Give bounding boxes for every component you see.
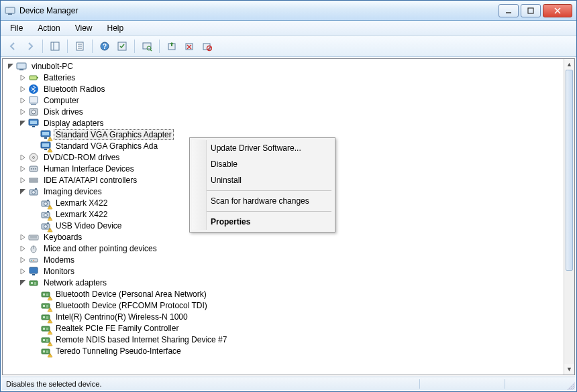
context-menu-separator (193, 211, 331, 212)
expand-icon[interactable] (19, 165, 27, 173)
tree-node[interactable]: vinubolt-PC (3, 60, 564, 72)
expand-icon[interactable] (19, 108, 27, 116)
ctx-uninstall[interactable]: Uninstall (192, 172, 333, 188)
uninstall-button[interactable] (181, 38, 197, 54)
tree-node-label[interactable]: Realtek PCIe FE Family Controller (54, 323, 180, 334)
battery-icon (28, 72, 39, 83)
tree-node[interactable]: Network adapters (3, 277, 564, 288)
tree-node-label[interactable]: Teredo Tunneling Pseudo-Interface (54, 346, 183, 356)
dvd-icon (28, 152, 39, 163)
mouse-icon (28, 243, 39, 254)
menu-help[interactable]: Help (101, 22, 131, 34)
network-icon (28, 277, 39, 288)
minimize-button[interactable] (499, 4, 519, 17)
tree-node[interactable]: Batteries (3, 72, 564, 83)
tree-node-label[interactable]: Disk drives (42, 107, 85, 117)
ctx-scan[interactable]: Scan for hardware changes (192, 193, 333, 209)
properties-button[interactable] (72, 38, 88, 54)
tree-node-label[interactable]: Imaging devices (42, 186, 104, 197)
tree-node-label[interactable]: Human Interface Devices (42, 164, 136, 174)
collapse-icon[interactable] (19, 188, 27, 196)
tree-node[interactable]: Display adapters (3, 117, 564, 129)
collapse-icon[interactable] (7, 62, 15, 70)
tree-node[interactable]: Teredo Tunneling Pseudo-Interface (3, 345, 564, 356)
tree-node-label[interactable]: Remote NDIS based Internet Sharing Devic… (54, 334, 229, 345)
tree-node[interactable]: Remote NDIS based Internet Sharing Devic… (3, 334, 564, 345)
imaging-icon (40, 209, 51, 220)
tree-node-label[interactable]: Monitors (42, 266, 76, 277)
expand-icon[interactable] (19, 85, 27, 93)
resize-grip[interactable] (566, 381, 575, 390)
expand-icon[interactable] (19, 245, 27, 253)
menu-view[interactable]: View (68, 22, 99, 34)
menu-action[interactable]: Action (31, 22, 66, 34)
ctx-properties[interactable]: Properties (192, 214, 333, 230)
expand-icon[interactable] (19, 233, 27, 241)
back-button (5, 38, 21, 54)
disable-button[interactable] (199, 38, 215, 54)
tree-node-label[interactable]: vinubolt-PC (30, 61, 75, 72)
expand-icon[interactable] (19, 267, 27, 275)
expand-icon[interactable] (19, 153, 27, 161)
tree-node[interactable]: Mice and other pointing devices (3, 243, 564, 254)
tree-node[interactable]: Disk drives (3, 106, 564, 117)
menu-file[interactable]: File (3, 22, 30, 34)
tree-node[interactable]: Bluetooth Device (RFCOMM Protocol TDI) (3, 300, 564, 311)
scroll-down-button[interactable]: ▼ (564, 364, 574, 375)
update-driver-button[interactable] (164, 38, 180, 54)
network-icon (40, 323, 51, 334)
tree-node-label[interactable]: Network adapters (42, 277, 109, 288)
show-hide-console-tree-button[interactable] (47, 38, 63, 54)
tree-node[interactable]: Bluetooth Radios (3, 83, 564, 94)
tree-node[interactable]: Modems (3, 254, 564, 265)
tree-node-label[interactable]: Bluetooth Device (RFCOMM Protocol TDI) (54, 300, 209, 311)
tree-node-label[interactable]: Lexmark X422 (54, 198, 109, 208)
tree-node-label[interactable]: Display adapters (42, 118, 105, 129)
app-icon (5, 5, 15, 16)
expand-icon[interactable] (19, 74, 27, 82)
tree-node-label[interactable]: Mice and other pointing devices (42, 243, 159, 254)
scroll-track[interactable] (564, 70, 574, 364)
tree-node[interactable]: Keyboards (3, 231, 564, 243)
tree-node-label[interactable]: Intel(R) Centrino(R) Wireless-N 1000 (54, 312, 190, 322)
tree-node-label[interactable]: IDE ATA/ATAPI controllers (42, 175, 139, 186)
tree-node-label[interactable]: Bluetooth Radios (42, 84, 107, 94)
scroll-thumb[interactable] (566, 70, 573, 271)
tree-node-label[interactable]: Batteries (42, 72, 77, 83)
ctx-disable[interactable]: Disable (192, 156, 333, 172)
bluetooth-icon (28, 84, 39, 94)
tree-node-label[interactable]: Modems (42, 255, 76, 265)
tree-node[interactable]: Intel(R) Centrino(R) Wireless-N 1000 (3, 311, 564, 322)
close-button[interactable] (543, 4, 572, 17)
hid-icon (28, 164, 39, 174)
vertical-scrollbar[interactable]: ▲ ▼ (564, 59, 574, 375)
tree-node-label[interactable]: Computer (42, 95, 81, 106)
statusbar-separator (505, 379, 505, 389)
maximize-button[interactable] (521, 4, 541, 17)
tree-node-label[interactable]: Bluetooth Device (Personal Area Network) (54, 289, 209, 300)
tree-node-label[interactable]: Standard VGA Graphics Adapter (54, 129, 174, 140)
expand-icon[interactable] (19, 176, 27, 184)
tree-node-label[interactable]: DVD/CD-ROM drives (42, 152, 121, 163)
tree-node[interactable]: Computer (3, 94, 564, 106)
tree-node-label[interactable]: Lexmark X422 (54, 209, 109, 220)
status-text: Disables the selected device. (6, 380, 101, 388)
scroll-up-button[interactable]: ▲ (564, 59, 574, 70)
tree-node[interactable]: Monitors (3, 265, 564, 277)
scan-button[interactable] (139, 38, 155, 54)
toolbar-separator (67, 40, 68, 53)
expand-icon[interactable] (19, 96, 27, 105)
display-icon (40, 129, 51, 140)
expand-icon[interactable] (19, 256, 27, 264)
help-button[interactable] (97, 38, 113, 54)
tree-node[interactable]: Bluetooth Device (Personal Area Network) (3, 288, 564, 300)
ctx-update-driver[interactable]: Update Driver Software... (192, 140, 333, 156)
tree-node[interactable]: Realtek PCIe FE Family Controller (3, 322, 564, 334)
display-icon (28, 118, 39, 129)
collapse-icon[interactable] (19, 119, 27, 127)
tree-node-label[interactable]: Keyboards (42, 232, 84, 243)
tree-node-label[interactable]: USB Video Device (54, 220, 124, 231)
tree-node-label[interactable]: Standard VGA Graphics Ada (54, 141, 160, 151)
collapse-icon[interactable] (19, 279, 27, 287)
action-button[interactable] (114, 38, 130, 54)
